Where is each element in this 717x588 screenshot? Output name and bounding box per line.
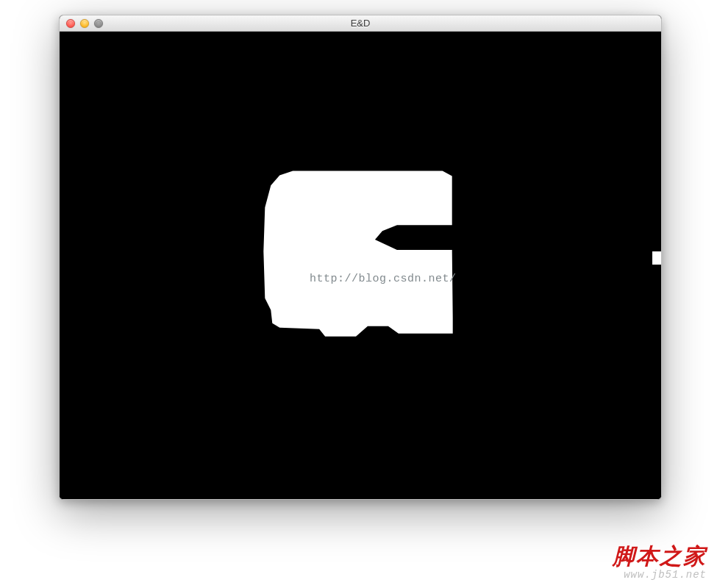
svg-marker-1 — [263, 171, 452, 336]
threshold-image — [60, 32, 661, 499]
window-title: E&D — [351, 18, 371, 29]
traffic-lights-group — [66, 19, 103, 28]
site-watermark: 脚本之家 www.jb51.net — [613, 545, 707, 581]
close-icon[interactable] — [66, 19, 75, 28]
watermark-url-text: http://blog.csdn.net/ — [310, 273, 457, 285]
site-watermark-cn: 脚本之家 — [613, 545, 707, 567]
zoom-icon[interactable] — [94, 19, 103, 28]
minimize-icon[interactable] — [80, 19, 89, 28]
site-watermark-en: www.jb51.net — [613, 569, 707, 581]
window-content: http://blog.csdn.net/ — [60, 32, 661, 499]
svg-rect-2 — [652, 251, 661, 265]
app-window: E&D http://blog.csdn.net/ — [59, 15, 662, 500]
window-titlebar[interactable]: E&D — [60, 15, 661, 32]
